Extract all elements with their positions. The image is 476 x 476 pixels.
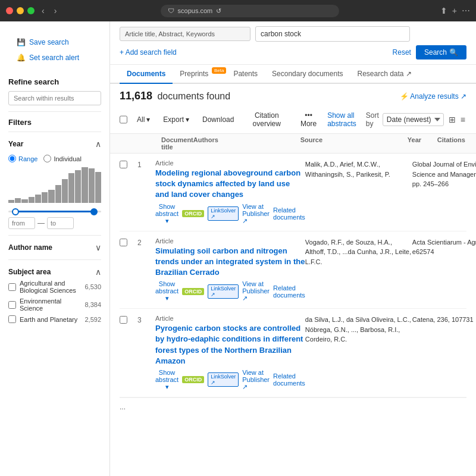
search-btn-icon: 🔍 <box>449 48 458 57</box>
beta-badge: Beta <box>212 67 226 74</box>
back-btn[interactable]: ‹ <box>39 5 47 17</box>
article-type-2: Article <box>155 237 305 245</box>
tab-research-data[interactable]: Research data ↗ <box>350 65 418 84</box>
subject-filter-toggle-icon <box>95 267 101 277</box>
add-field-link[interactable]: + Add search field <box>120 48 177 57</box>
show-abstract-label-2: Show abstract <box>155 280 178 295</box>
results-toolbar: All ▾ Export ▾ Download Citation overvie… <box>110 106 476 134</box>
export-btn[interactable]: Export ▾ <box>159 114 193 126</box>
search-within-input[interactable] <box>8 91 101 105</box>
search-button[interactable]: Search 🔍 <box>416 45 466 60</box>
all-dropdown-btn[interactable]: All ▾ <box>133 114 154 126</box>
hist-bar-5 <box>35 195 41 203</box>
year-to-input[interactable] <box>47 217 74 229</box>
set-alert-item[interactable]: 🔔 Set search alert <box>8 50 101 65</box>
download-btn[interactable]: Download <box>199 114 237 126</box>
article-title-3[interactable]: Pyrogenic carbon stocks are controlled b… <box>155 323 305 367</box>
results-list: 1 Article Modeling regional aboveground … <box>110 154 476 416</box>
article-title-1[interactable]: Modeling regional aboveground carbon sto… <box>155 168 305 201</box>
orcid-badge-3: ORCID <box>182 376 204 383</box>
year-histogram <box>8 167 101 203</box>
tab-preprints[interactable]: Preprints Beta <box>173 65 226 84</box>
add-tab-icon[interactable]: + <box>452 6 457 15</box>
subject-count-2: 8,384 <box>84 301 101 308</box>
reset-button[interactable]: Reset <box>393 48 411 57</box>
related-docs-link-3[interactable]: Related documents <box>273 372 305 387</box>
tab-secondary-documents[interactable]: Secondary documents <box>265 65 350 84</box>
sort-select[interactable]: Date (newest) <box>383 113 444 126</box>
maximize-window-btn[interactable] <box>27 7 35 14</box>
checkbox-2[interactable] <box>120 239 127 246</box>
author-filter-header[interactable]: Author name <box>8 242 101 253</box>
year-from-input[interactable] <box>8 217 35 229</box>
related-docs-link-2[interactable]: Related documents <box>273 284 305 299</box>
range-slider[interactable] <box>8 206 101 215</box>
subject-filter-header[interactable]: Subject area <box>8 266 101 278</box>
subject-item-1[interactable]: Agricultural and Biological Sciences 6,5… <box>8 278 101 296</box>
forward-btn[interactable]: › <box>52 5 60 17</box>
search-bottom-row: + Add search field Reset Search 🔍 <box>120 45 466 60</box>
hist-bar-10 <box>68 173 74 203</box>
subject-checkbox-3[interactable] <box>8 315 16 323</box>
show-abstract-label-1: Show abstract <box>155 203 178 217</box>
subject-filter: Subject area Agricultural and Biological… <box>8 259 101 331</box>
sort-section: Show all abstracts Sort by Date (newest)… <box>327 111 466 128</box>
individual-option[interactable]: Individual <box>43 155 81 162</box>
range-dash: — <box>37 219 45 227</box>
result-meta-3: Show abstract ▾ ORCID LinkSolver ↗ View … <box>155 369 305 391</box>
save-search-item[interactable]: 💾 Save search <box>8 35 101 50</box>
show-abstract-btn-3[interactable]: Show abstract ▾ <box>155 369 178 391</box>
search-btn-label: Search <box>424 48 447 57</box>
individual-radio[interactable] <box>43 155 51 162</box>
show-abstract-label-3: Show abstract <box>155 369 178 383</box>
sidebar-actions: 💾 Save search 🔔 Set search alert <box>0 29 109 71</box>
range-option[interactable]: Range <box>8 155 37 162</box>
author-filter-title: Author name <box>8 243 52 252</box>
orcid-badge-1: ORCID <box>182 210 204 217</box>
range-radio[interactable] <box>8 155 16 162</box>
subject-label-3: Earth and Planetary <box>20 316 77 323</box>
subject-checkbox-1[interactable] <box>8 283 16 291</box>
list-view-btn[interactable]: ≡ <box>459 114 466 126</box>
tab-patents[interactable]: Patents <box>226 65 265 84</box>
related-docs-link-1[interactable]: Related documents <box>273 206 305 221</box>
select-all-checkbox[interactable] <box>120 115 127 124</box>
col-header-authors: Authors <box>193 136 300 151</box>
show-abstract-btn-1[interactable]: Show abstract ▾ <box>155 203 178 225</box>
share-icon[interactable]: ⬆ <box>440 6 447 15</box>
close-window-btn[interactable] <box>6 7 13 14</box>
subject-item-3[interactable]: Earth and Planetary 2,592 <box>8 314 101 325</box>
url-text: scopus.com <box>178 7 213 14</box>
view-publisher-link-2[interactable]: View at Publisher ↗ <box>242 280 270 302</box>
subject-checkbox-2[interactable] <box>8 301 16 309</box>
subject-item-2[interactable]: Environmental Science 8,384 <box>8 296 101 314</box>
more-btn[interactable]: ••• More <box>296 109 321 130</box>
menu-icon[interactable]: ⋯ <box>462 6 470 15</box>
linksolve-badge-1[interactable]: LinkSolver ↗ <box>208 206 239 221</box>
view-publisher-link-3[interactable]: View at Publisher ↗ <box>242 369 270 391</box>
hist-bar-12 <box>82 167 87 203</box>
linksolve-badge-2[interactable]: LinkSolver ↗ <box>208 284 239 299</box>
col-header-citations: Citations <box>437 136 473 151</box>
view-publisher-link-1[interactable]: View at Publisher ↗ <box>242 203 270 225</box>
minimize-window-btn[interactable] <box>17 7 24 14</box>
search-input[interactable] <box>255 26 410 42</box>
checkbox-1[interactable] <box>120 161 127 168</box>
result-checkbox-2 <box>120 237 137 248</box>
year-filter-header[interactable]: Year <box>8 138 101 150</box>
analyze-results-link[interactable]: ⚡ Analyze results ↗ <box>400 92 466 101</box>
hist-bar-2 <box>15 198 21 203</box>
citation-overview-btn[interactable]: Citation overview <box>243 109 290 130</box>
more-results-indicator: ... <box>120 397 466 416</box>
shield-icon: 🛡 <box>168 7 174 14</box>
year-filter: Year Range Individual <box>8 131 101 235</box>
grid-view-btn[interactable]: ⊞ <box>447 114 457 126</box>
checkbox-3[interactable] <box>120 316 127 324</box>
show-abstract-btn-2[interactable]: Show abstract ▾ <box>155 280 178 302</box>
show-all-abstracts-link[interactable]: Show all abstracts <box>327 111 356 128</box>
year-range-options: Range Individual <box>8 155 101 162</box>
result-authors-2: Vogado, R.F., de Souza, H.A., Althoff, T… <box>305 237 412 267</box>
tab-documents[interactable]: Documents <box>120 65 173 84</box>
article-title-2[interactable]: Simulating soil carbon and nitrogen tren… <box>155 246 305 278</box>
linksolve-badge-3[interactable]: LinkSolver ↗ <box>208 372 239 387</box>
